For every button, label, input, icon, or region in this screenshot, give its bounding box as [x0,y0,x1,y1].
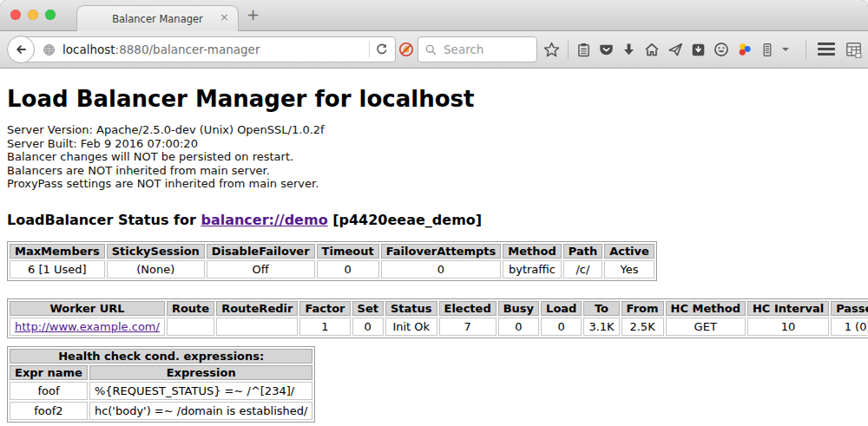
col-worker-url: Worker URL [10,301,165,316]
cell-stickysession: (None) [107,260,205,279]
cell-failoverattempts: 0 [381,260,502,279]
col-busy: Busy [498,301,539,316]
cell-passes: 1 (0) [831,318,868,336]
cell-routeredir [216,318,298,336]
container-icon[interactable] [760,43,774,57]
cell-expression: %{REQUEST_STATUS} =~ /^[234]/ [89,382,313,400]
cell-route [167,318,214,336]
col-status: Status [385,301,437,316]
col-path: Path [563,244,602,259]
col-elected: Elected [439,301,496,316]
zoom-window-button[interactable] [45,10,56,20]
col-maxmembers: MaxMembers [10,244,105,259]
navigation-toolbar: localhost :8880/balancer-manager [0,31,868,69]
table-row: http://www.example.com/ 1 0 Init Ok 7 0 … [10,318,868,336]
col-hc-method: HC Method [666,301,746,316]
col-load: Load [541,301,582,316]
pages-grid-icon[interactable] [845,42,862,62]
url-bar[interactable]: localhost :8880/balancer-manager [23,36,396,62]
col-active: Active [604,244,654,259]
chevron-down-icon[interactable] [782,48,789,51]
search-input[interactable] [442,42,536,57]
inherit-note-line: Balancers are NOT inherited from main se… [7,164,861,178]
search-bar [418,36,537,62]
table-row: foof2 hc('body') =~ /domain is establish… [10,402,312,420]
page-title: Load Balancer Manager for localhost [7,86,861,112]
fire-blocked-extension-icon[interactable] [398,42,414,57]
url-path: :8880/balancer-manager [115,43,260,56]
bookmark-star-icon[interactable] [543,42,560,58]
search-icon [424,43,437,56]
col-route: Route [167,301,214,316]
cell-hc-method: GET [666,318,746,336]
col-factor: Factor [299,301,350,316]
table-header-row: Expr name Expression [10,365,312,380]
table-header-row: MaxMembers StickySession DisableFailover… [10,244,654,259]
send-plane-icon[interactable] [667,42,683,57]
back-button[interactable] [7,36,35,63]
col-to: To [583,301,619,316]
col-stickysession: StickySession [107,244,205,259]
cell-set: 0 [352,318,384,336]
server-info: Server Version: Apache/2.5.0-dev (Unix) … [7,123,861,191]
worker-url-link[interactable]: http://www.example.com/ [15,320,160,333]
downloads-icon[interactable] [621,43,636,57]
tab-close-icon[interactable]: × [220,10,229,23]
health-check-table-title: Health check cond. expressions: [10,349,312,364]
toolbar-divider [806,40,806,59]
toolbar-buttons [543,31,789,68]
col-set: Set [352,301,384,316]
tab-title: Balancer Manager [112,13,203,25]
minimize-window-button[interactable] [28,10,38,20]
proxypass-note-line: ProxyPass settings are NOT inherited fro… [7,177,861,191]
titlebar: Balancer Manager × + [0,0,868,31]
reload-icon [375,43,389,56]
cell-to: 3.1K [583,318,619,336]
col-disablefailover: DisableFailover [207,244,315,259]
col-passes: Passes [831,301,868,316]
cell-from: 2.5K [621,318,664,336]
cell-expression: hc('body') =~ /domain is established/ [89,402,313,420]
menu-icon[interactable] [818,43,835,56]
cell-active: Yes [604,260,654,279]
cell-method: bytraffic [503,260,561,279]
table-row: 6 [1 Used] (None) Off 0 0 bytraffic /c/ … [10,260,654,279]
col-expr-name: Expr name [10,365,88,380]
clipboard-icon[interactable] [576,43,591,57]
col-expression: Expression [89,365,313,380]
worker-table: Worker URL Route RouteRedir Factor Set S… [7,298,868,338]
cell-worker-url: http://www.example.com/ [10,318,165,336]
status-heading-prefix: LoadBalancer Status for [7,212,201,228]
emoji-smiley-icon[interactable] [713,42,729,57]
table-title-row: Health check cond. expressions: [10,349,312,364]
pocket-icon[interactable] [599,43,614,57]
toolbar-divider [568,40,569,59]
reload-button[interactable] [375,43,389,56]
cell-status: Init Ok [385,318,437,336]
col-failoverattempts: FailoverAttempts [381,244,502,259]
colored-dots-icon[interactable] [737,42,753,57]
col-from: From [621,301,664,316]
col-method: Method [503,244,561,259]
col-timeout: Timeout [317,244,379,259]
server-built-line: Server Built: Feb 9 2016 07:00:20 [7,137,861,151]
cell-busy: 0 [498,318,539,336]
health-check-table: Health check cond. expressions: Expr nam… [7,346,315,423]
server-version-line: Server Version: Apache/2.5.0-dev (Unix) … [7,123,861,137]
col-routeredir: RouteRedir [216,301,298,316]
close-window-button[interactable] [10,10,21,20]
url-host: localhost [62,43,115,56]
col-hc-interval: HC Interval [747,301,829,316]
home-icon[interactable] [644,42,660,57]
cell-load: 0 [541,318,582,336]
tab-balancer-manager[interactable]: Balancer Manager × [76,5,239,31]
download-box-icon[interactable] [691,43,706,57]
cell-elected: 7 [439,318,496,336]
cell-expr-name: foof [10,382,88,400]
balancer-demo-link[interactable]: balancer://demo [201,212,327,228]
cell-maxmembers: 6 [1 Used] [10,260,105,279]
persist-note-line: Balancer changes will NOT be persisted o… [7,150,861,164]
new-tab-button[interactable]: + [247,5,260,23]
table-row: foof %{REQUEST_STATUS} =~ /^[234]/ [10,382,312,400]
table-header-row: Worker URL Route RouteRedir Factor Set S… [10,301,868,316]
